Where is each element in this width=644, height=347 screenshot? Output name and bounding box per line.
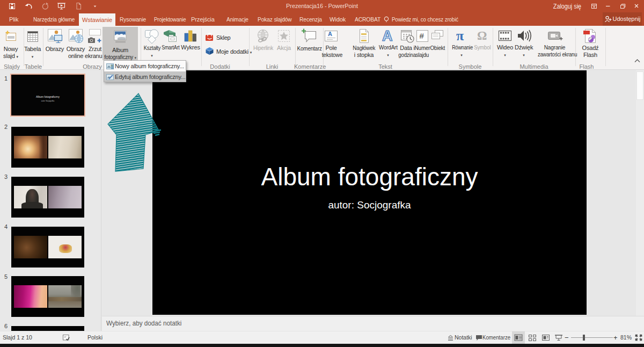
svg-text:A: A [382,28,392,43]
svg-text:π: π [456,28,464,43]
svg-text:A: A [328,31,332,37]
svg-text:#: # [420,31,425,40]
svg-text:Ω: Ω [477,29,487,42]
